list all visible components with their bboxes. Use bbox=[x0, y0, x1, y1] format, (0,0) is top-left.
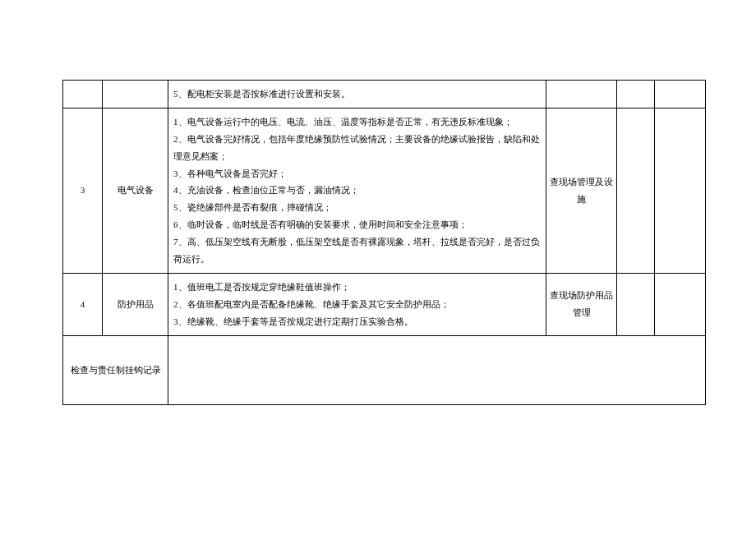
row-content-cell: 1、电气设备运行中的电压、电流、油压、温度等指标是否正常，有无违反标准现象； 2… bbox=[168, 108, 546, 273]
row-num-cell: 3 bbox=[63, 108, 103, 273]
row-content-cell: 5、配电柜安装是否按标准进行设置和安装。 bbox=[168, 81, 546, 108]
row-num: 4 bbox=[81, 299, 85, 309]
row-category-cell bbox=[103, 81, 168, 108]
row-extra2-cell bbox=[655, 108, 706, 273]
row-num-cell bbox=[63, 81, 103, 108]
row-category-cell: 防护用品 bbox=[103, 273, 168, 335]
content-line: 1、电气设备运行中的电压、电流、油压、温度等指标是否正常，有无违反标准现象； bbox=[173, 113, 541, 131]
inspection-table: 5、配电柜安装是否按标准进行设置和安装。 3 电气设备 1、电气设备运行中的电压… bbox=[62, 80, 706, 405]
row-category: 防护用品 bbox=[118, 299, 154, 309]
row-extra2-cell bbox=[655, 81, 706, 108]
content-line: 5、配电柜安装是否按标准进行设置和安装。 bbox=[173, 85, 541, 103]
row-extra1-cell bbox=[617, 273, 655, 335]
content-line: 1、值班电工是否按规定穿绝缘鞋值班操作； bbox=[173, 279, 541, 296]
footer-row: 检查与责任制挂钩记录 bbox=[63, 335, 706, 404]
content-line: 3、绝缘靴、绝缘手套等是否按规定进行定期打压实验合格。 bbox=[173, 313, 541, 330]
row-check: 查现场防护用品管理 bbox=[550, 290, 613, 317]
content-line: 3、各种电气设备是否完好； bbox=[173, 165, 541, 182]
footer-content-cell bbox=[168, 335, 706, 404]
row-check-cell bbox=[546, 81, 617, 108]
row-content-cell: 1、值班电工是否按规定穿绝缘鞋值班操作； 2、各值班配电室内是否配备绝缘靴、绝缘… bbox=[168, 273, 546, 335]
row-num: 3 bbox=[81, 185, 85, 195]
content-line: 4、充油设备，检查油位正常与否，漏油情况； bbox=[173, 182, 541, 199]
row-num-cell: 4 bbox=[63, 273, 103, 335]
row-check: 查现场管理及设施 bbox=[550, 177, 613, 204]
table-row: 3 电气设备 1、电气设备运行中的电压、电流、油压、温度等指标是否正常，有无违反… bbox=[63, 108, 706, 273]
row-category: 电气设备 bbox=[118, 185, 154, 195]
row-check-cell: 查现场管理及设施 bbox=[546, 108, 617, 273]
row-extra2-cell bbox=[655, 273, 706, 335]
row-check-cell: 查现场防护用品管理 bbox=[546, 273, 617, 335]
content-line: 2、各值班配电室内是否配备绝缘靴、绝缘手套及其它安全防护用品； bbox=[173, 296, 541, 313]
content-line: 2、电气设备完好情况，包括年度绝缘预防性试验情况；主要设备的绝缘试验报告，缺陷和… bbox=[173, 131, 541, 165]
inspection-table-container: 5、配电柜安装是否按标准进行设置和安装。 3 电气设备 1、电气设备运行中的电压… bbox=[62, 80, 705, 405]
content-line: 5、瓷绝缘部件是否有裂痕，摔碰情况； bbox=[173, 199, 541, 216]
footer-label: 检查与责任制挂钩记录 bbox=[71, 365, 161, 375]
content-line: 6、临时设备，临时线是否有明确的安装要求，使用时间和安全注意事项； bbox=[173, 216, 541, 233]
footer-label-cell: 检查与责任制挂钩记录 bbox=[63, 335, 168, 404]
content-line: 7、高、低压架空线有无断股，低压架空线是否有裸露现象，塔杆、拉线是否完好，是否过… bbox=[173, 233, 541, 268]
row-category-cell: 电气设备 bbox=[103, 108, 168, 273]
table-row: 4 防护用品 1、值班电工是否按规定穿绝缘鞋值班操作； 2、各值班配电室内是否配… bbox=[63, 273, 706, 335]
table-row: 5、配电柜安装是否按标准进行设置和安装。 bbox=[63, 81, 706, 108]
row-extra1-cell bbox=[617, 81, 655, 108]
row-extra1-cell bbox=[617, 108, 655, 273]
